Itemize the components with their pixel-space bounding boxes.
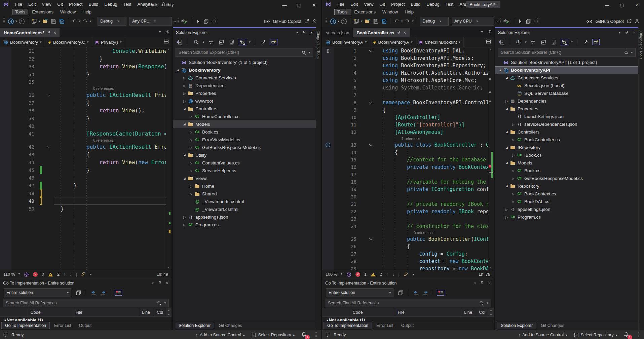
- code-line[interactable]: 18 //variable for holding the config: [322, 178, 494, 186]
- tree-item[interactable]: SQLSQL Server Database: [495, 89, 638, 97]
- show-all-files-button[interactable]: [561, 39, 568, 45]
- collapsed-arrow-icon[interactable]: ▷: [510, 192, 516, 196]
- openfolder-button[interactable]: [364, 17, 371, 25]
- fold-chevron-icon[interactable]: [47, 145, 50, 148]
- properties-button[interactable]: [551, 38, 558, 46]
- collapse-indent-button[interactable]: [90, 289, 97, 297]
- menu-item-git[interactable]: Git: [54, 1, 66, 7]
- github-copilot-button[interactable]: GitHub Copilot: [586, 19, 642, 24]
- zoom-dropdown[interactable]: 100 %▾: [326, 272, 342, 277]
- menu-item-extensions[interactable]: Extensions: [29, 9, 56, 15]
- platform-dropdown[interactable]: Any CPU▾: [129, 17, 172, 26]
- tree-item[interactable]: ◢Utility: [173, 151, 316, 159]
- sync-with-active-document-button[interactable]: [207, 38, 215, 46]
- document-tab[interactable]: BookController.cs×: [353, 28, 410, 37]
- code-editor[interactable]: { }1using BookInventoryAPI.DAL;2using Bo…: [322, 47, 494, 270]
- tree-item[interactable]: ◢Controllers: [173, 105, 316, 113]
- stack-button[interactable]: [525, 17, 532, 25]
- tree-item[interactable]: ▷C#Book.cs: [495, 167, 638, 175]
- redo-button[interactable]: ↷: [82, 17, 89, 25]
- collapsed-arrow-icon[interactable]: ▷: [182, 76, 187, 80]
- scroll-down-icon[interactable]: ▼: [488, 266, 493, 269]
- tree-item[interactable]: ▷▦Dependencies: [173, 82, 316, 89]
- code-line[interactable]: 42 public IActionResult Error(): [0, 143, 172, 151]
- solution-search-input[interactable]: Search Solution Explorer (Ctrl+;)▾: [176, 48, 313, 57]
- panel-tab-output[interactable]: Output: [76, 322, 95, 329]
- collapsed-arrow-icon[interactable]: ▷: [510, 200, 516, 203]
- menu-item-help[interactable]: Help: [79, 9, 94, 15]
- collapsed-arrow-icon[interactable]: ▷: [188, 115, 194, 118]
- code-line[interactable]: 46: [0, 174, 172, 182]
- tree-item[interactable]: ▷wwwroot: [173, 97, 316, 105]
- group-results-button[interactable]: [437, 290, 444, 296]
- diagnostic-tools-strip[interactable]: Diagnostic Tools: [638, 27, 644, 330]
- code-line[interactable]: 37 {: [0, 99, 172, 107]
- collapse-all-button[interactable]: [218, 38, 225, 46]
- editor-scrollbar[interactable]: ▲▼: [488, 47, 494, 270]
- code-line[interactable]: 20: [322, 193, 494, 200]
- code-line[interactable]: 17: [322, 171, 494, 178]
- fold-chevron-icon[interactable]: [369, 101, 372, 104]
- collapsed-arrow-icon[interactable]: ▷: [182, 100, 187, 103]
- code-line[interactable]: 28 context = new BookContext(: [322, 258, 494, 265]
- tree-item[interactable]: ▷C#GetBooksResponseModel.cs: [495, 175, 638, 182]
- panel-tab-go-to-implementation[interactable]: Go To Implementation: [324, 322, 372, 329]
- fwd-button[interactable]: [340, 17, 348, 25]
- menu-item-project[interactable]: Project: [66, 1, 85, 7]
- prev-issue-icon[interactable]: ↑: [386, 272, 388, 277]
- pin-icon[interactable]: [302, 31, 306, 35]
- collapse-all-button[interactable]: [540, 38, 547, 46]
- scroll-down-icon[interactable]: ▼: [166, 313, 172, 316]
- panel-tab-error-list[interactable]: Error List: [51, 322, 75, 329]
- code-line[interactable]: 50}: [0, 205, 172, 213]
- menu-item-window[interactable]: Window: [379, 9, 401, 15]
- collapsed-arrow-icon[interactable]: ▷: [188, 138, 194, 142]
- breadcrumb-segment[interactable]: ◈BookInventoryA▾: [370, 37, 416, 47]
- copy-results-button[interactable]: [75, 289, 82, 297]
- tree-item[interactable]: ◢Connected Services: [495, 74, 638, 82]
- maximize-button[interactable]: ▢: [614, 0, 629, 10]
- tree-item[interactable]: ⋈Solution 'BookInventoryAPI' (1 of 1 pro…: [495, 59, 638, 66]
- preview-selected-items-button[interactable]: [270, 39, 277, 45]
- tree-item[interactable]: ▷C#GetBooksResponseModel.cs: [173, 144, 316, 151]
- code-line[interactable]: 27 config = Config;: [322, 250, 494, 258]
- pin-icon[interactable]: [158, 281, 162, 285]
- collapsed-arrow-icon[interactable]: ▷: [504, 208, 509, 211]
- menu-item-edit[interactable]: Edit: [347, 1, 361, 7]
- expanded-arrow-icon[interactable]: ◢: [504, 161, 509, 164]
- code-line[interactable]: 40: [0, 122, 172, 130]
- collapsed-arrow-icon[interactable]: ▷: [510, 123, 516, 126]
- save-button[interactable]: [372, 17, 379, 25]
- code-line[interactable]: 38 return View();: [0, 107, 172, 114]
- code-line[interactable]: 23: [322, 215, 494, 223]
- code-line[interactable]: 10 [ApiController]: [322, 114, 494, 121]
- column-header-col[interactable]: Col: [476, 308, 488, 316]
- tree-item[interactable]: ▷Connected Services: [173, 74, 316, 82]
- code-line[interactable]: 25 public BookController(IConfiguration …: [322, 235, 494, 243]
- config-dropdown[interactable]: Debug▾: [420, 17, 449, 26]
- panel-tab-error-list[interactable]: Error List: [373, 322, 397, 329]
- menu-item-edit[interactable]: Edit: [25, 1, 39, 7]
- menu-item-debug[interactable]: Debug: [101, 1, 120, 7]
- column-header-code[interactable]: Code: [350, 308, 395, 316]
- notifications-button[interactable]: 1: [301, 332, 307, 338]
- split-editor-icon[interactable]: [164, 39, 169, 45]
- tree-item[interactable]: ◢IRepository: [495, 144, 638, 151]
- back-button[interactable]: [7, 17, 14, 25]
- menu-item-test[interactable]: Test: [443, 1, 457, 7]
- collapsed-arrow-icon[interactable]: ▷: [510, 138, 516, 142]
- fwd-button[interactable]: [18, 17, 26, 25]
- pointer-button[interactable]: [517, 17, 524, 25]
- expanded-arrow-icon[interactable]: ◢: [504, 130, 509, 134]
- tab-list-dropdown-icon[interactable]: ▼: [481, 30, 484, 34]
- overflow-chevron-icon[interactable]: »: [211, 19, 213, 23]
- code-line[interactable]: 47 }: [0, 182, 172, 189]
- tree-item[interactable]: ▷Shared: [173, 190, 316, 198]
- gear-icon[interactable]: [487, 30, 492, 34]
- tree-item[interactable]: ◢Views: [173, 175, 316, 182]
- collapsed-arrow-icon[interactable]: ▷: [182, 84, 187, 87]
- panel-close-icon[interactable]: ×: [488, 281, 491, 286]
- scroll-up-icon[interactable]: ▲: [166, 309, 172, 312]
- diagnostic-tools-strip[interactable]: Diagnostic Tools: [316, 27, 321, 330]
- tab-close-icon[interactable]: ×: [403, 30, 406, 35]
